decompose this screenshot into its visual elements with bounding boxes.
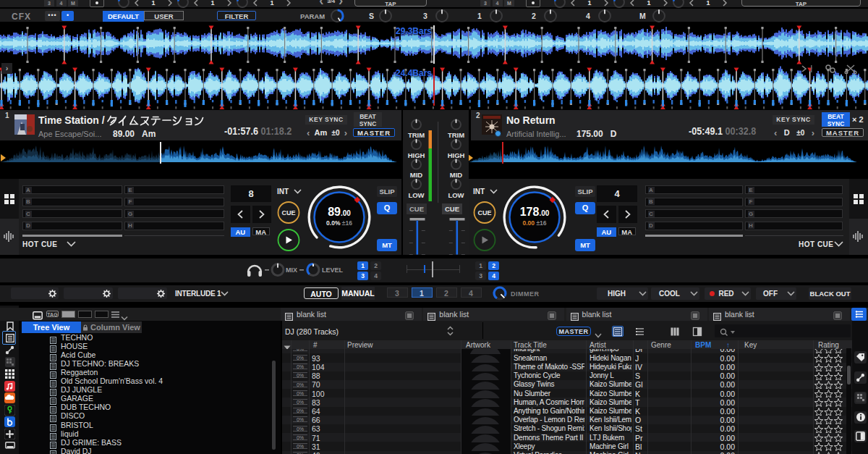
svg-text:1: 1 [587, 0, 591, 7]
svg-text:1: 1 [706, 0, 710, 7]
svg-text:1: 1 [210, 0, 214, 7]
svg-text:1: 1 [151, 0, 155, 7]
svg-text:1: 1 [270, 0, 273, 7]
svg-text:1: 1 [647, 0, 650, 7]
